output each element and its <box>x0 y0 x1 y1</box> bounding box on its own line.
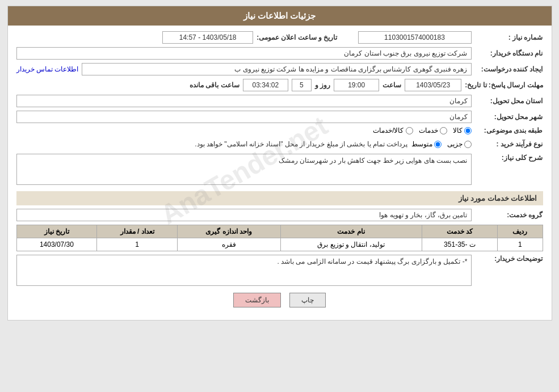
grooh-value: تامین برق، گاز، بخار و تهویه هوا <box>16 209 472 221</box>
ijad-link[interactable]: اطلاعات تماس خریدار <box>16 65 79 73</box>
row-tosif: توضیحات خریدار: <box>16 255 543 286</box>
radio-jozii-item: جزیی <box>447 140 472 148</box>
radio-khadamat-label: خدمات <box>419 127 438 134</box>
radio-jozii[interactable] <box>464 141 472 148</box>
services-table: ردیف کد خدمت نام خدمت واحد اندازه گیری ت… <box>16 225 543 251</box>
row-namdastgah: نام دستگاه خریدار: شرکت توزیع نیروی برق … <box>16 47 543 60</box>
noefar-label: نوع فرآیند خرید : <box>475 140 543 148</box>
mohlat-date: 1403/05/23 <box>405 79 461 91</box>
radio-kala-khadamat[interactable] <box>406 127 413 134</box>
row-ostan: استان محل تحویل: کرمان <box>16 95 543 107</box>
shomara-label: شماره نیاز : <box>475 33 543 41</box>
radio-kala-khadamat-label: کالا/خدمات <box>373 127 404 134</box>
col-vahed: واحد اندازه گیری <box>178 225 281 238</box>
radio-motawaset-item: متوسط <box>411 140 442 148</box>
date-label: تاریخ و ساعت اعلان عمومی: <box>257 33 337 41</box>
ijad-label: ایجاد کننده درخواست: <box>475 65 543 73</box>
radio-kala-khadamat-item: کالا/خدمات <box>373 127 413 134</box>
print-button[interactable]: چاپ <box>289 293 326 307</box>
mohlat-saat: 19:00 <box>334 79 379 91</box>
grooh-label: گروه خدمت: <box>475 211 543 219</box>
namdastgah-label: نام دستگاه خریدار: <box>475 49 543 57</box>
ijad-value: زهره فنبری گوهری کارشناس برگزاری مناقصات… <box>82 63 471 75</box>
content-area: شماره نیاز : 1103001574000183 تاریخ و سا… <box>8 26 552 320</box>
noefar-desc: پرداخت تمام یا بخشی از مبلغ خریدار از مح… <box>16 138 408 150</box>
noefar-radio-group: جزیی متوسط <box>411 140 472 148</box>
tabaqe-label: طبقه بندی موضوعی: <box>475 127 543 134</box>
col-name: نام خدمت <box>280 225 422 238</box>
mohlat-rooz: 5 <box>292 79 312 91</box>
radio-kala-label: کالا <box>453 127 463 134</box>
mohlat-saat-label: ساعت <box>383 81 401 89</box>
radio-khadamat-item: خدمات <box>419 127 447 134</box>
mohlat-label: مهلت ارسال پاسخ: تا تاریخ: <box>465 81 543 89</box>
tosif-label: توضیحات خریدار: <box>475 255 543 263</box>
page-title: جزئیات اطلاعات نیاز <box>243 11 316 20</box>
ostan-value: کرمان <box>16 95 472 107</box>
date-value: 1403/05/18 - 14:57 <box>162 31 253 44</box>
radio-jozii-label: جزیی <box>447 140 463 148</box>
sharh-label: شرح کلی نیاز: <box>475 154 543 162</box>
row-sharh: شرح کلی نیاز: AnaTender.net <box>16 154 543 187</box>
col-radif: ردیف <box>498 225 543 238</box>
radio-motawaset-label: متوسط <box>411 140 432 148</box>
page-container: جزئیات اطلاعات نیاز شماره نیاز : 1103001… <box>7 6 552 321</box>
row-ijad: ایجاد کننده درخواست: زهره فنبری گوهری کا… <box>16 63 543 75</box>
mohlat-rooz-label: روز و <box>315 81 330 89</box>
table-row: 1ت -35-351تولید، انتقال و توزیع برقفقره1… <box>16 238 543 251</box>
row-tabaqe: طبقه بندی موضوعی: کالا خدمات کالا/خدمات <box>16 127 543 134</box>
row-noefar: نوع فرآیند خرید : جزیی متوسط پرداخت تمام… <box>16 138 543 150</box>
mohlat-remain: 03:34:02 <box>243 79 288 91</box>
namdastgah-value: شرکت توزیع نیروی برق جنوب استان کرمان <box>16 47 472 60</box>
ostan-label: استان محل تحویل: <box>475 97 543 105</box>
radio-motawaset[interactable] <box>434 141 442 148</box>
tosif-textarea[interactable] <box>16 255 472 286</box>
col-tedad: تعداد / مقدار <box>97 225 178 238</box>
row-grooh: گروه خدمت: تامین برق، گاز، بخار و تهویه … <box>16 209 543 221</box>
btn-row: چاپ بازگشت <box>16 293 543 307</box>
shahr-label: شهر محل تحویل: <box>475 113 543 121</box>
shomara-value: 1103001574000183 <box>358 31 472 44</box>
page-header: جزئیات اطلاعات نیاز <box>8 6 552 26</box>
mohlat-remain-label: ساعت باقی مانده <box>190 81 239 89</box>
sharh-textarea[interactable] <box>16 154 472 185</box>
tabaqe-radio-group: کالا خدمات کالا/خدمات <box>373 127 471 134</box>
shahr-value: کرمان <box>16 111 472 123</box>
back-button[interactable]: بازگشت <box>233 293 281 307</box>
row-shahr: شهر محل تحویل: کرمان <box>16 111 543 123</box>
radio-kala[interactable] <box>464 127 472 134</box>
radio-khadamat[interactable] <box>440 127 447 134</box>
col-tarikh: تاریخ نیاز <box>16 225 97 238</box>
col-kod: کد خدمت <box>422 225 498 238</box>
services-section-header: اطلاعات خدمات مورد نیاز <box>16 191 543 205</box>
row-shomara: شماره نیاز : 1103001574000183 تاریخ و سا… <box>16 31 543 44</box>
row-mohlat: مهلت ارسال پاسخ: تا تاریخ: 1403/05/23 سا… <box>16 79 543 91</box>
radio-kala-item: کالا <box>453 127 472 134</box>
